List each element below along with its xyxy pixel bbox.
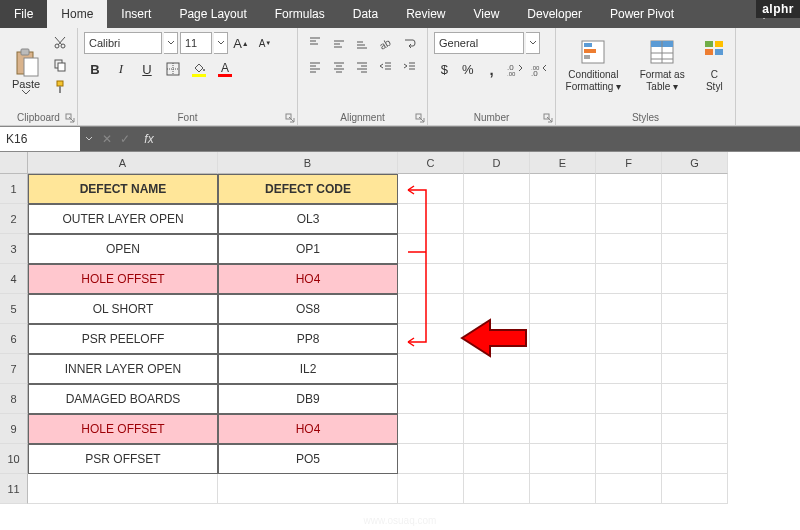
cell-G1[interactable]	[662, 174, 728, 204]
number-format-select[interactable]: General	[434, 32, 524, 54]
cell-G5[interactable]	[662, 294, 728, 324]
format-painter-button[interactable]	[50, 78, 70, 96]
cell-E11[interactable]	[530, 474, 596, 504]
row-header-5[interactable]: 5	[0, 294, 28, 324]
cell-G9[interactable]	[662, 414, 728, 444]
name-box-dropdown[interactable]	[80, 127, 98, 151]
row-header-9[interactable]: 9	[0, 414, 28, 444]
cell-E2[interactable]	[530, 204, 596, 234]
cancel-button[interactable]: ✕	[98, 127, 116, 151]
column-header-A[interactable]: A	[28, 152, 218, 174]
cell-G2[interactable]	[662, 204, 728, 234]
fx-button[interactable]: fx	[134, 127, 164, 151]
enter-button[interactable]: ✓	[116, 127, 134, 151]
paste-button[interactable]: Paste	[6, 32, 46, 110]
cell-A1[interactable]: DEFECT NAME	[28, 174, 218, 204]
cell-C8[interactable]	[398, 384, 464, 414]
dialog-launcher-icon[interactable]	[543, 113, 553, 123]
cell-F10[interactable]	[596, 444, 662, 474]
cell-F8[interactable]	[596, 384, 662, 414]
cell-G11[interactable]	[662, 474, 728, 504]
row-header-10[interactable]: 10	[0, 444, 28, 474]
cell-B5[interactable]: OS8	[218, 294, 398, 324]
cell-D2[interactable]	[464, 204, 530, 234]
column-header-E[interactable]: E	[530, 152, 596, 174]
cell-F6[interactable]	[596, 324, 662, 354]
cell-D8[interactable]	[464, 384, 530, 414]
dialog-launcher-icon[interactable]	[285, 113, 295, 123]
tab-insert[interactable]: Insert	[107, 0, 165, 28]
conditional-formatting-button[interactable]: Conditional Formatting ▾	[562, 32, 625, 100]
decrease-decimal-button[interactable]: .00.0	[528, 58, 549, 80]
cell-A5[interactable]: OL SHORT	[28, 294, 218, 324]
font-name-dropdown[interactable]	[164, 32, 178, 54]
cell-C9[interactable]	[398, 414, 464, 444]
cell-F5[interactable]	[596, 294, 662, 324]
cell-G8[interactable]	[662, 384, 728, 414]
cell-C10[interactable]	[398, 444, 464, 474]
italic-button[interactable]: I	[110, 58, 132, 80]
cell-styles-button[interactable]: C Styl	[700, 32, 729, 100]
cell-C7[interactable]	[398, 354, 464, 384]
cell-A8[interactable]: DAMAGED BOARDS	[28, 384, 218, 414]
increase-font-button[interactable]: A▲	[230, 32, 252, 54]
row-header-2[interactable]: 2	[0, 204, 28, 234]
bold-button[interactable]: B	[84, 58, 106, 80]
tab-view[interactable]: View	[460, 0, 514, 28]
cell-B1[interactable]: DEFECT CODE	[218, 174, 398, 204]
cell-E9[interactable]	[530, 414, 596, 444]
font-color-button[interactable]: A	[214, 58, 236, 80]
cell-F4[interactable]	[596, 264, 662, 294]
row-header-7[interactable]: 7	[0, 354, 28, 384]
cell-G7[interactable]	[662, 354, 728, 384]
align-top-button[interactable]	[304, 32, 326, 54]
cell-B7[interactable]: IL2	[218, 354, 398, 384]
copy-button[interactable]	[50, 56, 70, 74]
cell-A6[interactable]: PSR PEELOFF	[28, 324, 218, 354]
dialog-launcher-icon[interactable]	[65, 113, 75, 123]
cell-F2[interactable]	[596, 204, 662, 234]
dialog-launcher-icon[interactable]	[415, 113, 425, 123]
cell-A9[interactable]: HOLE OFFSET	[28, 414, 218, 444]
align-bottom-button[interactable]	[352, 32, 374, 54]
cell-C4[interactable]	[398, 264, 464, 294]
cell-E1[interactable]	[530, 174, 596, 204]
cell-D5[interactable]	[464, 294, 530, 324]
name-box[interactable]: K16	[0, 127, 80, 151]
cell-B2[interactable]: OL3	[218, 204, 398, 234]
cell-D6[interactable]	[464, 324, 530, 354]
cell-D3[interactable]	[464, 234, 530, 264]
cell-A7[interactable]: INNER LAYER OPEN	[28, 354, 218, 384]
cell-E7[interactable]	[530, 354, 596, 384]
cell-B3[interactable]: OP1	[218, 234, 398, 264]
font-size-select[interactable]: 11	[180, 32, 212, 54]
accounting-format-button[interactable]: $	[434, 58, 455, 80]
cell-B6[interactable]: PP8	[218, 324, 398, 354]
column-header-F[interactable]: F	[596, 152, 662, 174]
percent-format-button[interactable]: %	[458, 58, 479, 80]
row-header-6[interactable]: 6	[0, 324, 28, 354]
cell-F11[interactable]	[596, 474, 662, 504]
cell-E8[interactable]	[530, 384, 596, 414]
cell-D9[interactable]	[464, 414, 530, 444]
font-name-select[interactable]: Calibri	[84, 32, 162, 54]
column-header-D[interactable]: D	[464, 152, 530, 174]
format-as-table-button[interactable]: Format as Table ▾	[631, 32, 694, 100]
orientation-button[interactable]: ab	[375, 32, 397, 54]
row-header-11[interactable]: 11	[0, 474, 28, 504]
column-header-B[interactable]: B	[218, 152, 398, 174]
cell-F3[interactable]	[596, 234, 662, 264]
fill-color-button[interactable]	[188, 58, 210, 80]
cell-G3[interactable]	[662, 234, 728, 264]
cell-B11[interactable]	[218, 474, 398, 504]
cell-A10[interactable]: PSR OFFSET	[28, 444, 218, 474]
tab-data[interactable]: Data	[339, 0, 392, 28]
cell-D10[interactable]	[464, 444, 530, 474]
align-right-button[interactable]	[352, 56, 374, 78]
cell-F1[interactable]	[596, 174, 662, 204]
cell-D11[interactable]	[464, 474, 530, 504]
row-header-3[interactable]: 3	[0, 234, 28, 264]
cell-D7[interactable]	[464, 354, 530, 384]
cell-B9[interactable]: HO4	[218, 414, 398, 444]
cell-E4[interactable]	[530, 264, 596, 294]
